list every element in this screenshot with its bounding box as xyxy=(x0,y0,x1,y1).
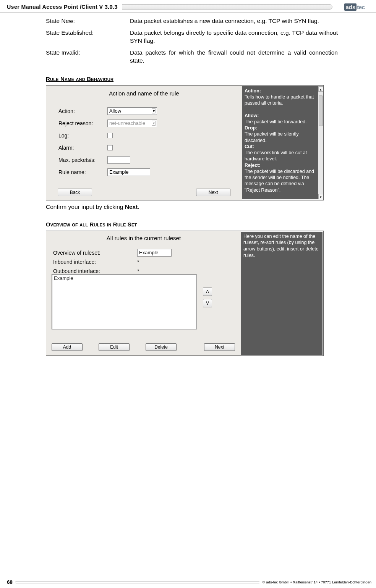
move-down-button[interactable]: V xyxy=(203,299,212,307)
label-outbound: Outbound interface: xyxy=(53,268,137,274)
confirm-text-pre: Confirm your input by clicking xyxy=(46,204,125,210)
scroll-up-icon[interactable]: ▴ xyxy=(318,86,323,92)
form-row-action: Action: Allow ▾ xyxy=(58,105,242,117)
definition-term: State New: xyxy=(46,17,130,25)
label-inbound: Inbound interface: xyxy=(53,259,137,265)
state-definitions: State New: Data packet establishes a new… xyxy=(46,17,338,65)
definition-desc: Data packet establishes a new data conne… xyxy=(130,17,338,25)
checkbox-alarm[interactable] xyxy=(107,145,113,150)
figure2-help-text: Here you can edit the name of the rulese… xyxy=(243,233,320,259)
header-divider xyxy=(122,4,332,10)
brand-logo: adstec xyxy=(337,2,372,11)
figure2-panel: All rules in the current ruleset Overvie… xyxy=(46,231,241,355)
page-header: User Manual Access Point /Client V 3.0.3… xyxy=(0,0,376,13)
next-button[interactable]: Next xyxy=(204,343,235,351)
info-row-overview: Overview of ruleset: Example xyxy=(53,248,241,257)
footer-divider xyxy=(15,581,259,583)
figure1-buttons: Back Next xyxy=(46,189,242,196)
form-row-maxpackets: Max. packets/s: xyxy=(58,154,242,166)
add-button[interactable]: Add xyxy=(52,343,83,351)
next-button[interactable]: Next xyxy=(196,189,230,196)
logo-tec: tec xyxy=(357,4,365,10)
figure-ruleset-overview: All rules in the current ruleset Overvie… xyxy=(46,231,324,356)
copyright-text: © ads-tec GmbH • Raiffeisenstr.14 • 7077… xyxy=(263,580,371,584)
label-reject: Reject reason: xyxy=(58,120,107,126)
value-inbound: * xyxy=(137,259,139,265)
header-title: User Manual Access Point /Client V 3.0.3 xyxy=(7,4,117,10)
chevron-down-icon: ▾ xyxy=(152,121,156,126)
select-action-value: Allow xyxy=(109,108,121,114)
input-maxpackets[interactable] xyxy=(107,156,130,164)
figure-action-rule: Action and name of the rule Action: Allo… xyxy=(46,85,324,200)
scroll-thumb[interactable] xyxy=(319,95,323,126)
figure2-info: Overview of ruleset: Example Inbound int… xyxy=(53,248,241,276)
list-item[interactable]: Example xyxy=(52,275,196,282)
page-content: State New: Data packet establishes a new… xyxy=(0,13,376,356)
back-button[interactable]: Back xyxy=(58,189,92,196)
select-reject-value: net-unreachable xyxy=(109,120,145,126)
form-row-log: Log: xyxy=(58,129,242,142)
form-row-rulename: Rule name: Example xyxy=(58,166,242,178)
input-ruleset-name[interactable]: Example xyxy=(137,249,172,257)
definition-desc: Data packet belongs directly to specific… xyxy=(130,29,338,45)
label-maxpackets: Max. packets/s: xyxy=(58,157,107,163)
scroll-down-icon[interactable]: ▾ xyxy=(318,194,323,199)
form-row-reject: Reject reason: net-unreachable ▾ xyxy=(58,117,242,129)
confirm-text-bold: Next xyxy=(125,204,138,210)
definition-row: State Established: Data packet belongs d… xyxy=(46,29,338,45)
figure2-title: All rules in the current ruleset xyxy=(46,231,241,241)
definition-term: State Established: xyxy=(46,29,130,45)
input-rulename[interactable]: Example xyxy=(107,168,150,176)
move-up-button[interactable]: Λ xyxy=(203,288,212,296)
page-footer: 68 © ads-tec GmbH • Raiffeisenstr.14 • 7… xyxy=(0,579,376,585)
figure1-help-panel: Action: Tells how to handle a packet tha… xyxy=(242,86,318,199)
confirm-text: Confirm your input by clicking Next. xyxy=(46,204,376,210)
definition-row: State New: Data packet establishes a new… xyxy=(46,17,338,25)
reorder-controls: Λ V xyxy=(203,288,214,310)
delete-button[interactable]: Delete xyxy=(146,343,177,351)
label-log: Log: xyxy=(58,132,107,139)
confirm-text-post: . xyxy=(138,204,139,210)
figure2-help-panel: Here you can edit the name of the rulese… xyxy=(241,232,323,355)
page-number: 68 xyxy=(7,579,12,585)
figure1-title: Action and name of the rule xyxy=(46,86,242,97)
label-rulename: Rule name: xyxy=(58,169,107,175)
definition-term: State Invalid: xyxy=(46,49,130,65)
section-heading-overview: Overview of all Rules in Rule Set xyxy=(46,221,376,228)
figure1-form: Action: Allow ▾ Reject reason: net-unrea… xyxy=(58,105,242,178)
label-alarm: Alarm: xyxy=(58,145,107,151)
logo-ads: ads xyxy=(344,3,357,11)
info-row-inbound: Inbound interface: * xyxy=(53,257,241,267)
edit-button[interactable]: Edit xyxy=(99,343,130,351)
scrollbar[interactable]: ▴ ▾ xyxy=(318,86,323,199)
figure2-buttons: Add Edit Delete Next xyxy=(52,343,235,351)
select-action[interactable]: Allow ▾ xyxy=(107,107,157,115)
value-outbound: * xyxy=(137,268,139,274)
form-row-alarm: Alarm: xyxy=(58,142,242,154)
rule-listbox[interactable]: Example xyxy=(52,274,197,330)
figure1-help-text: Action: Tells how to handle a packet tha… xyxy=(245,88,316,199)
chevron-down-icon: ▾ xyxy=(152,108,156,113)
checkbox-log[interactable] xyxy=(107,133,113,138)
section-heading-rule-name: Rule Name and Behaviour xyxy=(46,76,376,82)
select-reject-reason[interactable]: net-unreachable ▾ xyxy=(107,120,157,127)
label-overview: Overview of ruleset: xyxy=(53,250,137,256)
label-action: Action: xyxy=(58,108,107,114)
definition-row: State Invalid: Data packets for which th… xyxy=(46,49,338,65)
definition-desc: Data packets for which the firewall coul… xyxy=(130,49,338,65)
figure1-panel: Action and name of the rule Action: Allo… xyxy=(46,86,242,200)
